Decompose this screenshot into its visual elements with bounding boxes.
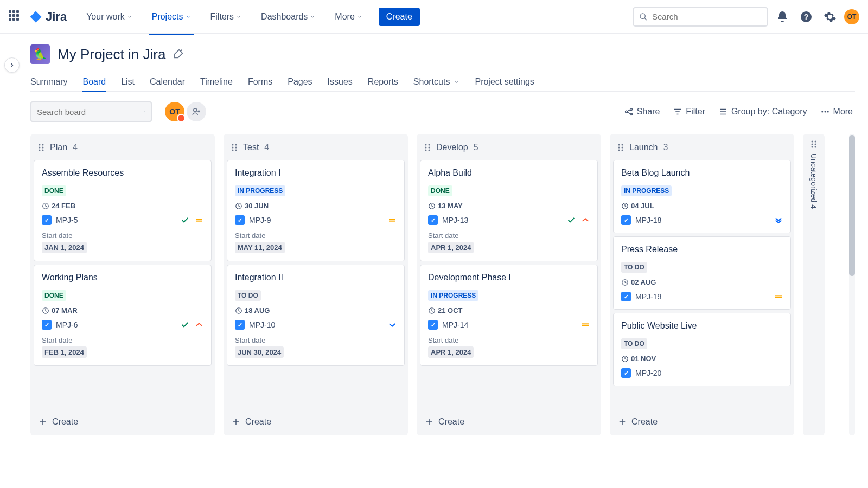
drag-handle-icon[interactable]: [617, 144, 624, 151]
jira-logo[interactable]: Jira: [29, 10, 67, 24]
nav-item-more[interactable]: More: [331, 8, 365, 26]
issue-key[interactable]: MPJ-13: [428, 215, 468, 225]
column-body: Assemble Resources DONE 24 FEB MPJ-5 Sta…: [30, 160, 215, 410]
tab-list[interactable]: List: [121, 73, 135, 91]
column-title: Launch: [629, 143, 658, 152]
card-title: Working Plans: [42, 273, 203, 282]
issue-card[interactable]: Alpha Build DONE 13 MAY MPJ-13 Start dat…: [420, 160, 598, 261]
issue-card[interactable]: Beta Blog Launch IN PROGRESS 04 JUL MPJ-…: [613, 160, 791, 233]
issue-card[interactable]: Integration I IN PROGRESS 30 JUN MPJ-9 S…: [227, 160, 405, 261]
card-due-date: 21 OCT: [428, 306, 590, 314]
create-button[interactable]: Create: [379, 8, 420, 26]
issue-key[interactable]: MPJ-18: [621, 215, 661, 225]
tab-summary[interactable]: Summary: [30, 73, 67, 91]
column-header: Plan 4: [30, 134, 215, 160]
svg-point-6: [194, 108, 197, 112]
issue-card[interactable]: Public Website Live TO DO 01 NOV MPJ-20: [613, 313, 791, 386]
tab-reports[interactable]: Reports: [368, 73, 398, 91]
tab-board[interactable]: Board: [82, 73, 106, 91]
issue-card[interactable]: Working Plans DONE 07 MAR MPJ-6 Start da…: [34, 265, 212, 366]
nav-item-projects[interactable]: Projects: [149, 8, 194, 26]
issue-key[interactable]: MPJ-6: [42, 320, 78, 330]
board-search[interactable]: [30, 101, 152, 122]
app-switcher-icon[interactable]: [9, 10, 22, 23]
drag-handle-icon[interactable]: [231, 144, 238, 151]
column-title: Test: [243, 143, 259, 152]
sidebar-expand-button[interactable]: [4, 57, 20, 73]
drag-handle-icon[interactable]: [38, 144, 44, 151]
task-icon: [621, 292, 631, 301]
profile-avatar[interactable]: OT: [844, 9, 859, 24]
svg-text:?: ?: [804, 12, 809, 21]
global-search[interactable]: [633, 7, 768, 27]
task-icon: [621, 215, 631, 225]
global-search-input[interactable]: [652, 12, 762, 21]
add-member-button[interactable]: [187, 102, 206, 121]
issue-card[interactable]: Press Release TO DO 02 AUG MPJ-19: [613, 236, 791, 310]
share-button[interactable]: Share: [622, 104, 662, 120]
svg-point-61: [618, 150, 620, 151]
customize-icon[interactable]: [173, 48, 185, 60]
board-search-input[interactable]: [37, 107, 140, 117]
issue-card[interactable]: Integration II TO DO 18 AUG MPJ-10 Start…: [227, 265, 405, 366]
svg-rect-28: [196, 219, 202, 220]
card-due-date: 13 MAY: [428, 202, 590, 210]
settings-icon[interactable]: [820, 7, 840, 27]
drag-handle-icon[interactable]: [424, 144, 431, 151]
create-issue-button[interactable]: Create: [231, 417, 400, 427]
issue-key[interactable]: MPJ-9: [235, 215, 271, 225]
tab-project-settings[interactable]: Project settings: [475, 73, 534, 91]
nav-item-filters[interactable]: Filters: [207, 8, 245, 26]
card-start-date: Start dateAPR 1, 2024: [428, 232, 590, 253]
svg-point-72: [812, 144, 813, 145]
svg-point-25: [39, 150, 41, 151]
issue-key[interactable]: MPJ-14: [428, 320, 468, 330]
scrollbar[interactable]: [849, 134, 855, 435]
tab-pages[interactable]: Pages: [288, 73, 312, 91]
create-issue-button[interactable]: Create: [38, 417, 207, 427]
svg-point-49: [425, 150, 427, 151]
issue-key[interactable]: MPJ-10: [235, 320, 275, 330]
task-icon: [621, 368, 631, 378]
issue-card[interactable]: Development Phase I IN PROGRESS 21 OCT M…: [420, 265, 598, 366]
nav-item-your-work[interactable]: Your work: [83, 8, 136, 26]
svg-point-62: [622, 150, 623, 151]
notifications-icon[interactable]: [773, 7, 792, 27]
issue-card[interactable]: Assemble Resources DONE 24 FEB MPJ-5 Sta…: [34, 160, 212, 261]
card-due-date: 04 JUL: [621, 202, 783, 210]
tab-shortcuts[interactable]: Shortcuts: [413, 73, 460, 91]
svg-point-18: [821, 111, 823, 113]
status-badge: TO DO: [621, 262, 647, 273]
member-avatar[interactable]: OT: [165, 102, 184, 121]
project-icon: 🦜: [30, 44, 50, 64]
card-due-date: 18 AUG: [235, 306, 397, 314]
tab-forms[interactable]: Forms: [248, 73, 272, 91]
groupby-button[interactable]: Group by: Category: [716, 104, 809, 120]
svg-point-57: [618, 144, 620, 146]
issue-key[interactable]: MPJ-20: [621, 368, 661, 378]
help-icon[interactable]: ?: [796, 7, 816, 27]
main-content: 🦜 My Project in Jira SummaryBoardListCal…: [0, 34, 868, 435]
card-meta-icons: [181, 216, 203, 224]
filter-button[interactable]: Filter: [671, 104, 707, 120]
create-issue-button[interactable]: Create: [617, 417, 787, 427]
nav-item-dashboards[interactable]: Dashboards: [258, 8, 318, 26]
column-header: Launch 3: [610, 134, 794, 160]
create-issue-button[interactable]: Create: [424, 417, 593, 427]
more-button[interactable]: More: [818, 104, 855, 120]
tab-timeline[interactable]: Timeline: [200, 73, 233, 91]
card-title: Alpha Build: [428, 168, 590, 178]
issue-key[interactable]: MPJ-19: [621, 292, 661, 301]
task-icon: [42, 215, 52, 225]
issue-key[interactable]: MPJ-5: [42, 215, 78, 225]
tab-calendar[interactable]: Calendar: [150, 73, 185, 91]
column-test: Test 4 Integration I IN PROGRESS 30 JUN …: [224, 134, 408, 435]
column-launch: Launch 3 Beta Blog Launch IN PROGRESS 04…: [610, 134, 794, 435]
column-uncategorized-collapsed[interactable]: Uncategorized 4: [803, 134, 825, 435]
card-title: Integration I: [235, 168, 397, 178]
svg-rect-54: [582, 325, 589, 326]
tab-issues[interactable]: Issues: [328, 73, 353, 91]
column-body: Beta Blog Launch IN PROGRESS 04 JUL MPJ-…: [610, 160, 794, 410]
svg-point-75: [815, 146, 816, 148]
card-title: Beta Blog Launch: [621, 168, 783, 178]
